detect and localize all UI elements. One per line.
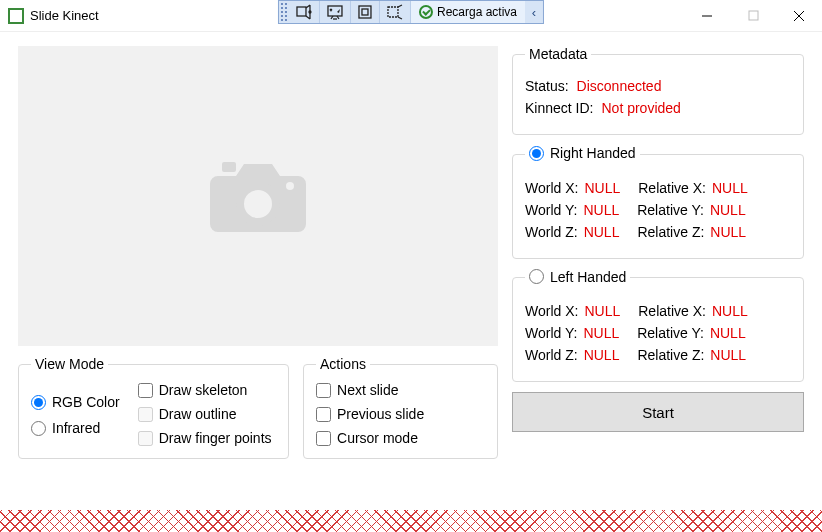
relative-y-value: NULL <box>710 202 746 218</box>
svg-rect-0 <box>297 7 306 16</box>
table-row: World X:NULL Relative X:NULL <box>525 180 791 196</box>
svg-rect-3 <box>359 6 371 18</box>
relative-z-label: Relative Z: <box>637 224 704 240</box>
metadata-group: Metadata Status: Disconnected Kinnect ID… <box>512 46 804 135</box>
titlebar: Slide Kinect Recarga activa ‹ <box>0 0 822 32</box>
draw-finger-check[interactable]: Draw finger points <box>138 430 272 446</box>
left-handed-label: Left Handed <box>550 269 626 285</box>
draw-skeleton-label: Draw skeleton <box>159 382 248 398</box>
next-slide-check[interactable]: Next slide <box>316 382 485 398</box>
previous-slide-label: Previous slide <box>337 406 424 422</box>
world-y-label: World Y: <box>525 325 577 341</box>
right-handed-group: Right Handed World X:NULL Relative X:NUL… <box>512 145 804 259</box>
world-z-label: World Z: <box>525 224 578 240</box>
cursor-mode-check[interactable]: Cursor mode <box>316 430 485 446</box>
relative-x-label: Relative X: <box>638 303 706 319</box>
world-y-value: NULL <box>583 202 619 218</box>
world-x-label: World X: <box>525 303 578 319</box>
previous-slide-check[interactable]: Previous slide <box>316 406 485 422</box>
relative-z-label: Relative Z: <box>637 347 704 363</box>
toolbar-btn-2[interactable] <box>320 1 351 23</box>
right-handed-label: Right Handed <box>550 145 636 161</box>
relative-x-value: NULL <box>712 180 748 196</box>
world-x-value: NULL <box>584 180 620 196</box>
toolbar-btn-4[interactable] <box>380 1 411 23</box>
hot-reload-status[interactable]: Recarga activa <box>411 1 525 23</box>
camera-placeholder-icon <box>198 148 318 244</box>
close-button[interactable] <box>776 0 822 31</box>
toolbar-btn-3[interactable] <box>351 1 380 23</box>
table-row: World Y:NULL Relative Y:NULL <box>525 202 791 218</box>
infrared-label: Infrared <box>52 420 100 436</box>
world-z-value: NULL <box>584 347 620 363</box>
metadata-legend: Metadata <box>525 46 591 62</box>
rgb-color-radio[interactable]: RGB Color <box>31 394 120 410</box>
resize-hatch-decoration <box>0 510 822 532</box>
table-row: World X:NULL Relative X:NULL <box>525 303 791 319</box>
right-handed-radio[interactable]: Right Handed <box>529 145 636 161</box>
window-title: Slide Kinect <box>30 8 99 23</box>
hot-reload-label: Recarga activa <box>437 5 517 19</box>
infrared-radio[interactable]: Infrared <box>31 420 120 436</box>
relative-z-value: NULL <box>710 224 746 240</box>
camera-preview <box>18 46 498 346</box>
cursor-mode-label: Cursor mode <box>337 430 418 446</box>
content: View Mode RGB Color Infrared <box>0 32 822 510</box>
debug-toolbar: Recarga activa ‹ <box>278 0 544 24</box>
left-handed-radio[interactable]: Left Handed <box>529 269 626 285</box>
relative-z-value: NULL <box>710 347 746 363</box>
actions-legend: Actions <box>316 356 370 372</box>
checkmark-icon <box>419 5 433 19</box>
table-row: World Z:NULL Relative Z:NULL <box>525 347 791 363</box>
start-button[interactable]: Start <box>512 392 804 432</box>
relative-x-value: NULL <box>712 303 748 319</box>
toolbar-grip-icon[interactable] <box>279 1 289 23</box>
world-y-label: World Y: <box>525 202 577 218</box>
world-y-value: NULL <box>583 325 619 341</box>
toolbar-collapse-button[interactable]: ‹ <box>525 1 543 23</box>
relative-y-label: Relative Y: <box>637 325 704 341</box>
world-x-label: World X: <box>525 180 578 196</box>
left-handed-legend: Left Handed <box>525 269 630 288</box>
svg-rect-7 <box>222 162 236 172</box>
table-row: World Z:NULL Relative Z:NULL <box>525 224 791 240</box>
svg-point-10 <box>286 182 294 190</box>
toolbar-btn-1[interactable] <box>289 1 320 23</box>
minimize-button[interactable] <box>684 0 730 31</box>
left-handed-group: Left Handed World X:NULL Relative X:NULL… <box>512 269 804 383</box>
relative-y-value: NULL <box>710 325 746 341</box>
maximize-button[interactable] <box>730 0 776 31</box>
world-x-value: NULL <box>584 303 620 319</box>
draw-skeleton-check[interactable]: Draw skeleton <box>138 382 272 398</box>
world-z-label: World Z: <box>525 347 578 363</box>
kinect-id-label: Kinnect ID: <box>525 100 593 116</box>
svg-rect-6 <box>749 11 758 20</box>
app-icon <box>8 8 24 24</box>
draw-outline-label: Draw outline <box>159 406 237 422</box>
world-z-value: NULL <box>584 224 620 240</box>
status-label: Status: <box>525 78 569 94</box>
actions-group: Actions Next slide Previous slide Cursor… <box>303 356 498 459</box>
next-slide-label: Next slide <box>337 382 398 398</box>
relative-y-label: Relative Y: <box>637 202 704 218</box>
svg-rect-4 <box>362 9 368 15</box>
relative-x-label: Relative X: <box>638 180 706 196</box>
table-row: World Y:NULL Relative Y:NULL <box>525 325 791 341</box>
view-mode-group: View Mode RGB Color Infrared <box>18 356 289 459</box>
rgb-color-label: RGB Color <box>52 394 120 410</box>
draw-outline-check[interactable]: Draw outline <box>138 406 272 422</box>
svg-rect-5 <box>388 7 398 17</box>
draw-finger-label: Draw finger points <box>159 430 272 446</box>
right-handed-legend: Right Handed <box>525 145 640 164</box>
status-value: Disconnected <box>577 78 662 94</box>
view-mode-legend: View Mode <box>31 356 108 372</box>
kinect-id-value: Not provided <box>601 100 680 116</box>
svg-point-1 <box>309 11 311 13</box>
